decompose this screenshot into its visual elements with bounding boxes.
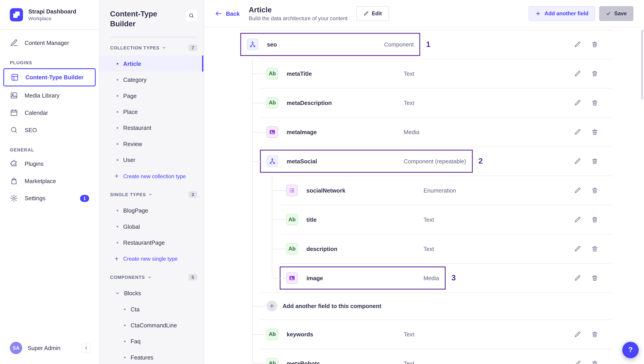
panel-item-restaurantpage[interactable]: RestaurantPage <box>100 234 204 250</box>
annotation-number: 1 <box>426 40 430 49</box>
sidebar-item-seo[interactable]: SEO <box>3 122 96 138</box>
field-main: AbkeywordsText <box>260 328 414 340</box>
add-field-to-component-button[interactable] <box>266 301 277 311</box>
header-actions: Add another field Save <box>528 6 633 21</box>
delete-field-button[interactable] <box>592 275 598 281</box>
panel-item-article[interactable]: Article <box>100 56 204 71</box>
sidebar-item-plugins[interactable]: Plugins <box>3 155 96 172</box>
delete-field-button[interactable] <box>592 128 598 135</box>
sidebar-item-media-library[interactable]: Media Library <box>3 87 96 104</box>
panel-item-global[interactable]: Global <box>100 218 204 234</box>
tree-connector <box>272 190 286 191</box>
main-sidebar: Strapi Dashboard Workplace Content Manag… <box>0 0 100 364</box>
bullet-icon <box>117 95 118 96</box>
component-item-ctacommandline[interactable]: CtaCommandLine <box>100 317 204 333</box>
field-row-socialNetwork: socialNetworkEnumeration <box>229 176 624 205</box>
component-category-blocks[interactable]: Blocks <box>100 285 204 301</box>
delete-field-button[interactable] <box>592 70 598 77</box>
single-types-group-header[interactable]: SINGLE TYPES 3 <box>100 187 204 203</box>
delete-field-button[interactable] <box>592 360 598 364</box>
panel-item-label: Page <box>123 92 137 99</box>
help-button[interactable]: ? <box>622 342 638 358</box>
edit-field-button[interactable] <box>574 158 581 164</box>
create-single-type-button[interactable]: Create new single type <box>100 251 178 267</box>
edit-field-button[interactable] <box>574 128 581 135</box>
sidebar-item-content-type-builder[interactable]: Content-Type Builder <box>3 68 96 87</box>
bullet-icon <box>124 308 126 310</box>
user-name: Super Admin <box>28 345 60 351</box>
back-button[interactable]: Back <box>215 10 240 17</box>
delete-field-button[interactable] <box>592 158 598 164</box>
puzzle-icon <box>10 159 18 168</box>
components-group-header[interactable]: COMPONENTS 5 <box>100 269 204 285</box>
delete-field-button[interactable] <box>592 216 598 223</box>
component-item-faq[interactable]: Faq <box>100 333 204 349</box>
edit-button[interactable]: Edit <box>356 6 389 21</box>
sidebar-item-calendar[interactable]: Calendar <box>3 104 96 121</box>
enumeration-field-icon <box>286 185 298 196</box>
edit-field-button[interactable] <box>574 187 581 194</box>
fields-table: seoComponent1AbmetaTitleTextAbmetaDescri… <box>229 27 624 364</box>
panel-item-restaurant[interactable]: Restaurant <box>100 120 204 136</box>
sidebar-item-content-manager[interactable]: Content Manager <box>3 35 96 51</box>
strapi-logo-icon <box>10 8 23 21</box>
add-field-row: Add another field to this component <box>229 292 624 319</box>
add-field-to-component-label[interactable]: Add another field to this component <box>282 303 381 309</box>
group-title: COMPONENTS <box>110 275 145 280</box>
edit-field-button[interactable] <box>574 70 581 77</box>
chevron-left-icon <box>84 345 88 350</box>
panel-item-label: Cta <box>130 306 140 312</box>
panel-item-place[interactable]: Place <box>100 104 204 119</box>
page-header: Back Article Build the data architecture… <box>204 0 644 27</box>
panel-item-blogpage[interactable]: BlogPage <box>100 203 204 218</box>
delete-field-button[interactable] <box>592 187 598 194</box>
edit-field-button[interactable] <box>574 360 581 364</box>
field-name: metaImage <box>287 128 404 135</box>
component-field-icon <box>266 155 278 167</box>
edit-field-button[interactable] <box>574 275 581 281</box>
edit-field-button[interactable] <box>574 99 581 106</box>
panel-item-user[interactable]: User <box>100 152 204 168</box>
field-main: seoComponent <box>240 33 420 56</box>
delete-field-button[interactable] <box>592 245 598 252</box>
chevron-down-icon <box>148 275 152 279</box>
delete-field-button[interactable] <box>592 41 598 47</box>
delete-field-button[interactable] <box>592 99 598 106</box>
collapse-sidebar-button[interactable] <box>81 343 91 352</box>
bullet-icon <box>117 111 118 112</box>
row-actions <box>574 360 598 364</box>
edit-field-button[interactable] <box>574 245 581 252</box>
component-item-features[interactable]: Features <box>100 349 204 364</box>
edit-field-button[interactable] <box>574 41 581 47</box>
count-badge: 5 <box>189 274 197 280</box>
panel-header: Content-Type Builder <box>100 9 204 29</box>
media-field-icon <box>286 272 298 284</box>
annotation-number: 3 <box>452 273 456 282</box>
delete-field-button[interactable] <box>592 331 598 337</box>
create-collection-type-button[interactable]: Create new collection type <box>100 168 186 184</box>
collection-types-group-header[interactable]: COLLECTION TYPES 7 <box>100 40 204 56</box>
sidebar-item-settings[interactable]: Settings 1 <box>3 190 96 207</box>
panel-item-review[interactable]: Review <box>100 136 204 152</box>
sidebar-item-label: Plugins <box>25 160 44 167</box>
edit-field-button[interactable] <box>574 331 581 337</box>
edit-field-button[interactable] <box>574 216 581 223</box>
group-title: SINGLE TYPES <box>110 192 146 197</box>
component-item-cta[interactable]: Cta <box>100 301 204 317</box>
search-icon <box>10 126 18 134</box>
vertical-scrollbar[interactable] <box>641 30 643 100</box>
save-button[interactable]: Save <box>599 6 634 21</box>
sidebar-item-label: Content-Type Builder <box>25 74 84 80</box>
panel-item-category[interactable]: Category <box>100 71 204 87</box>
user-avatar[interactable]: SA <box>10 342 22 354</box>
row-actions <box>574 216 598 223</box>
panel-item-page[interactable]: Page <box>100 88 204 104</box>
fields-content: seoComponent1AbmetaTitleTextAbmetaDescri… <box>204 27 644 364</box>
add-another-field-button[interactable]: Add another field <box>528 6 595 21</box>
plus-icon <box>114 256 119 261</box>
bullet-icon <box>117 63 118 64</box>
search-button[interactable] <box>185 9 198 22</box>
search-icon <box>188 13 194 19</box>
sidebar-item-marketplace[interactable]: Marketplace <box>3 173 96 189</box>
bullet-icon <box>124 340 126 342</box>
